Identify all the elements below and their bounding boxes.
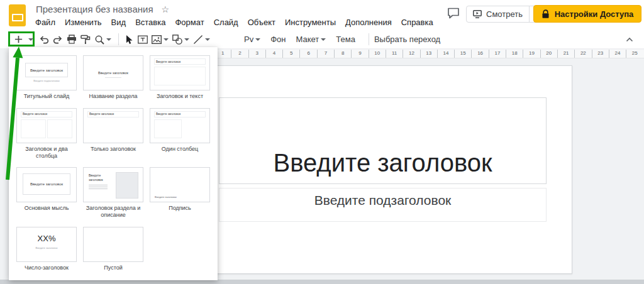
insert-shape-tool[interactable]: [172, 35, 189, 45]
present-main[interactable]: Смотреть: [467, 9, 529, 19]
paint-format-button[interactable]: [80, 33, 91, 46]
menu-help[interactable]: Справка: [401, 18, 433, 27]
paint-roller-icon: [80, 35, 91, 45]
ruler-number: 3: [248, 50, 265, 58]
share-button[interactable]: Настройки Доступа: [533, 5, 641, 23]
annotation-highlight-box: [8, 31, 35, 46]
menu-tools[interactable]: Инструменты: [285, 18, 336, 27]
document-title[interactable]: Презентация без названия: [36, 4, 153, 14]
font-control[interactable]: Pv: [244, 35, 260, 44]
layout-option-label: Заголовок раздела и описание: [81, 205, 145, 219]
menu-addons[interactable]: Дополнения: [345, 18, 392, 27]
menubar: Файл Изменить Вид Вставка Формат Слайд О…: [35, 18, 433, 27]
toolbar-separator: [369, 33, 369, 45]
layout-option-section-title-and-description[interactable]: Введите заголовок Заголовок раздела и оп…: [81, 167, 145, 219]
ruler-number: 7: [317, 50, 334, 58]
comments-button[interactable]: [447, 7, 460, 19]
caret-down-icon: [321, 38, 326, 41]
menu-slide[interactable]: Слайд: [214, 18, 238, 27]
ruler-number: 18: [506, 50, 523, 58]
layout-option-label: Один столбец: [148, 146, 212, 153]
title-row: Презентация без названия ☆: [36, 4, 169, 14]
menu-insert[interactable]: Вставка: [135, 18, 165, 27]
slide-canvas[interactable]: Введите заголовок Введите подзаголовок: [193, 65, 572, 274]
subtitle-placeholder-box[interactable]: Введите подзаголовок: [219, 188, 547, 222]
font-control-label: Pv: [244, 35, 253, 44]
layout-dropdown-panel: Введите заголовок Введите подзаголовок Т…: [9, 47, 218, 280]
text-box-icon: [138, 35, 148, 44]
mini-left-column: [21, 119, 46, 138]
comment-bubble-icon: [447, 8, 460, 19]
redo-icon: [53, 35, 63, 44]
mini-caption-text: Введите заголовок: [155, 195, 177, 199]
ruler-number: 9: [351, 50, 368, 58]
layout-option-title-slide[interactable]: Введите заголовок Введите подзаголовок Т…: [14, 55, 79, 100]
insert-line-tool[interactable]: [193, 35, 210, 45]
ruler-number: 16: [471, 50, 488, 58]
layout-button-label: Макет: [296, 35, 319, 44]
layout-option-label: Название раздела: [81, 93, 145, 100]
menu-object[interactable]: Объект: [248, 18, 275, 27]
layout-option-title-and-body[interactable]: Введите заголовок Заголовок и текст: [148, 55, 212, 100]
slides-app-icon[interactable]: [9, 4, 26, 26]
layout-option-one-column[interactable]: Введите заголовок Один столбец: [148, 108, 212, 160]
ruler-number: 25: [626, 50, 643, 58]
mini-title-box: Введите заголовок: [21, 111, 72, 117]
layout-thumbnail: Введите заголовок: [150, 108, 210, 143]
menu-edit[interactable]: Изменить: [65, 18, 102, 27]
menu-file[interactable]: Файл: [35, 18, 55, 27]
mini-title-box: Введите заголовок: [154, 111, 206, 117]
present-button[interactable]: Смотреть: [466, 6, 543, 23]
undo-button[interactable]: [39, 33, 49, 46]
ruler-number: 15: [454, 50, 471, 58]
layout-button[interactable]: Макет: [296, 35, 326, 44]
mini-right-column: [47, 119, 72, 138]
mini-title-text: Введите заголовок: [30, 68, 63, 72]
line-icon: [193, 35, 203, 45]
image-icon: [152, 35, 162, 44]
menu-format[interactable]: Формат: [175, 18, 204, 27]
zoom-control[interactable]: [94, 35, 111, 45]
select-tool[interactable]: [124, 33, 134, 46]
header: Презентация без названия ☆ Файл Изменить…: [0, 0, 644, 30]
background-button[interactable]: Фон: [270, 35, 286, 44]
layout-thumbnail: Введите заголовок Введите подзаголовок: [16, 55, 77, 90]
title-placeholder-box[interactable]: Введите заголовок: [219, 97, 547, 184]
ruler-number: 10: [369, 50, 386, 58]
mini-column: [154, 119, 182, 138]
layout-option-big-number[interactable]: XX% Введите заголовок Число-заголовок: [14, 227, 79, 271]
layout-thumbnail: [83, 227, 143, 262]
mini-title-box: Введите заголовок: [23, 173, 70, 195]
text-box-tool[interactable]: [138, 33, 148, 46]
layout-option-blank[interactable]: Пустой: [81, 227, 145, 271]
ruler-number: 13: [420, 50, 437, 58]
caret-down-icon: [106, 38, 111, 41]
layout-option-title-only[interactable]: Введите заголовок Только заголовок: [81, 108, 145, 160]
ruler-number: 12: [402, 50, 419, 58]
layout-option-main-point[interactable]: Введите заголовок Основная мысль: [14, 167, 79, 219]
mini-title-text: Введите заголовок: [156, 60, 180, 63]
mini-body-box: [154, 67, 206, 85]
layout-option-section-title[interactable]: Введите заголовок Название раздела: [81, 55, 145, 100]
transition-button[interactable]: Выбрать переход: [374, 35, 440, 44]
mini-title-box: Введите заголовок: [25, 63, 68, 77]
layout-option-caption[interactable]: Введите заголовок Подпись: [148, 167, 212, 219]
layout-option-title-and-two-columns[interactable]: Введите заголовок Заголовок и два столбц…: [14, 108, 79, 160]
mini-number-text: XX%: [17, 234, 76, 243]
redo-button[interactable]: [53, 33, 63, 46]
layout-option-label: Основная мысль: [14, 205, 79, 212]
theme-button[interactable]: Тема: [336, 35, 355, 44]
menu-view[interactable]: Вид: [111, 18, 126, 27]
insert-image-tool[interactable]: [152, 35, 169, 44]
caret-down-icon: [164, 38, 169, 41]
star-icon[interactable]: ☆: [162, 5, 170, 14]
ruler-number: 20: [540, 50, 557, 58]
layout-thumbnail: Введите заголовок: [150, 167, 210, 202]
hide-menus-button[interactable]: [623, 37, 636, 42]
ruler-number: 11: [386, 50, 402, 58]
layout-option-label: Только заголовок: [81, 146, 145, 153]
layout-thumbnail: Введите заголовок: [16, 167, 77, 202]
share-label: Настройки Доступа: [555, 9, 634, 19]
print-button[interactable]: [67, 33, 77, 46]
layout-option-label: Заголовок и два столбца: [14, 146, 79, 160]
